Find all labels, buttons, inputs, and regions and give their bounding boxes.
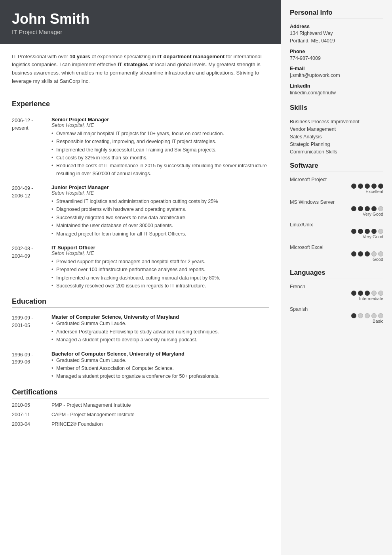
entry-title: Bachelor of Computer Science, University… (51, 351, 269, 357)
entry-dates: 2006-12 -present (12, 117, 51, 178)
summary-section: IT Professional with over 10 years of ex… (12, 44, 269, 93)
filled-dot (365, 184, 370, 189)
cert-name: CAPM - Project Management Institute (51, 412, 135, 417)
entry-bullets: Streamlined IT logistics and administrat… (51, 198, 269, 238)
entry-company: Seton Hospital, ME (51, 190, 269, 196)
software-name: MS Windows Server (290, 199, 383, 205)
skill-item: Strategic Planning (290, 142, 383, 147)
linkedin-value: linkedin.com/johnutw (290, 89, 383, 97)
list-item: Implemented a new tracking dashboard, cu… (51, 274, 269, 282)
skill-item: Communication Skills (290, 149, 383, 155)
software-name: Microsoft Excel (290, 245, 383, 250)
right-column: Personal Info Address 134 Rightward WayP… (281, 0, 392, 555)
list-item: Implemented the highly successful Lean T… (51, 146, 269, 154)
education-heading: Education (12, 297, 269, 308)
list-item: Andersen Postgraduate Fellowship to stud… (51, 328, 269, 336)
experience-list: 2006-12 -presentSenior Project ManagerSe… (12, 117, 269, 291)
empty-dot (371, 291, 377, 296)
entry-company: Seton Hospital, ME (51, 122, 269, 128)
entry-dates: 2002-08 -2004-09 (12, 245, 51, 291)
cert-entry: 2003-04PRINCE2® Foundation (12, 421, 269, 427)
filled-dot (351, 206, 356, 211)
empty-dot (378, 229, 383, 234)
skill-item: Sales Analysis (290, 134, 383, 140)
cert-date: 2003-04 (12, 421, 51, 427)
software-item: MS Windows ServerVery Good (290, 199, 383, 216)
language-level-label: Intermediate (290, 296, 383, 301)
filled-dot (351, 313, 356, 318)
address-value: 134 Rightward WayPortland, ME, 04019 (290, 30, 383, 45)
software-heading: Software (290, 162, 383, 172)
entry-title: Junior Project Manager (51, 184, 269, 190)
language-item: SpanishBasic (290, 306, 383, 323)
education-entry: 1996-09 -1999-06Bachelor of Computer Sci… (12, 351, 269, 381)
dots-row (290, 313, 383, 318)
education-entry: 1999-09 -2001-05Master of Computer Scien… (12, 314, 269, 344)
language-name: French (290, 284, 383, 289)
list-item: Maintained the user database of over 300… (51, 222, 269, 230)
list-item: Oversaw all major hospital IT projects f… (51, 130, 269, 138)
filled-dot (358, 184, 363, 189)
linkedin-label: LinkedIn (290, 83, 383, 89)
software-name: Linux/Unix (290, 222, 383, 228)
cert-date: 2007-11 (12, 412, 51, 417)
cert-name: PRINCE2® Foundation (51, 421, 103, 427)
experience-entry: 2004-09 -2006-12Junior Project ManagerSe… (12, 184, 269, 238)
empty-dot (378, 313, 383, 318)
filled-dot (358, 206, 363, 211)
email-value: j.smith@uptowork.com (290, 72, 383, 79)
list-item: Reduced the costs of IT maintenance in 2… (51, 162, 269, 178)
experience-entry: 2006-12 -presentSenior Project ManagerSe… (12, 117, 269, 178)
filled-dot (358, 251, 363, 256)
phone-label: Phone (290, 49, 383, 54)
entry-bullets: Oversaw all major hospital IT projects f… (51, 130, 269, 178)
skill-item: Business Process Improvement (290, 119, 383, 124)
filled-dot (358, 229, 363, 234)
entry-dates: 1999-09 -2001-05 (12, 314, 51, 344)
entry-bullets: Provided support for project managers an… (51, 258, 269, 290)
list-item: Graduated Summa Cum Laude. (51, 320, 269, 327)
software-list: Microsoft ProjectExcellentMS Windows Ser… (290, 177, 383, 262)
software-name: Microsoft Project (290, 177, 383, 182)
software-item: Microsoft ProjectExcellent (290, 177, 383, 194)
list-item: Managed a student project to organize a … (51, 373, 269, 380)
dots-row (290, 291, 383, 296)
filled-dot (351, 229, 356, 234)
cert-entry: 2010-05PMP - Project Management Institut… (12, 402, 269, 408)
filled-dot (351, 184, 356, 189)
header-section: John Smith IT Project Manager (0, 0, 281, 44)
list-item: Cut costs by 32% in less than six months… (51, 154, 269, 162)
phone-value: 774-987-4009 (290, 55, 383, 62)
entry-title: Master of Computer Science, University o… (51, 314, 269, 320)
filled-dot (365, 251, 370, 256)
empty-dot (365, 313, 370, 318)
language-item: FrenchIntermediate (290, 284, 383, 301)
skill-level-label: Very Good (290, 234, 383, 239)
dots-row (290, 251, 383, 256)
language-level-label: Basic (290, 319, 383, 323)
skill-item: Vendor Management (290, 126, 383, 132)
certifications-heading: Certifications (12, 388, 269, 398)
experience-entry: 2002-08 -2004-09IT Support OfficerSeton … (12, 245, 269, 291)
filled-dot (351, 291, 356, 296)
entry-dates: 1996-09 -1999-06 (12, 351, 51, 381)
list-item: Diagnosed problems with hardware and ope… (51, 206, 269, 213)
personal-info-heading: Personal Info (290, 9, 383, 19)
experience-heading: Experience (12, 100, 269, 110)
cert-date: 2010-05 (12, 402, 51, 408)
list-item: Managed a student project to develop a w… (51, 336, 269, 344)
dots-row (290, 184, 383, 189)
entry-company: Seton Hospital, ME (51, 251, 269, 256)
entry-dates: 2004-09 -2006-12 (12, 184, 51, 238)
empty-dot (358, 313, 363, 318)
entry-bullets: Graduated Summa Cum Laude.Andersen Postg… (51, 320, 269, 344)
linkedin-block: LinkedIn linkedin.com/johnutw (290, 83, 383, 97)
filled-dot (365, 229, 370, 234)
list-item: Graduated Summa Cum Laude. (51, 357, 269, 364)
email-block: E-mail j.smith@uptowork.com (290, 66, 383, 79)
list-item: Prepared over 100 infrastructure perform… (51, 266, 269, 274)
dots-row (290, 229, 383, 234)
list-item: Provided support for project managers an… (51, 258, 269, 266)
skills-heading: Skills (290, 104, 383, 114)
header-title: IT Project Manager (12, 29, 269, 35)
